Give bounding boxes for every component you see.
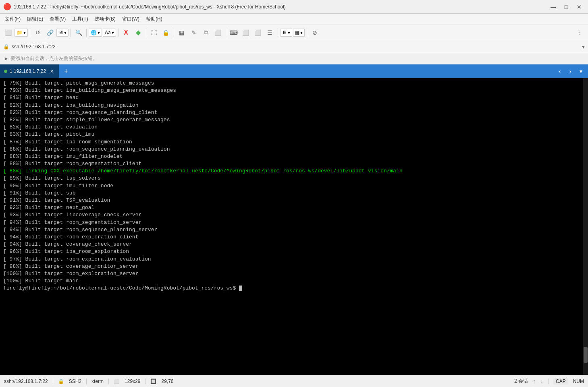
status-sessions: 2 会话	[514, 378, 528, 385]
status-sep-1	[53, 379, 53, 384]
lock-button[interactable]: 🔒	[160, 27, 172, 38]
terminal-line-1: [ 79%] Built target pibot_msgs_generate_…	[3, 80, 585, 87]
status-down-button[interactable]: ↓	[540, 378, 543, 385]
split-h-button[interactable]: ⬜	[240, 27, 251, 38]
tab-list-button[interactable]: ▾	[576, 66, 586, 76]
toolbar-separator-9	[307, 29, 307, 37]
menu-file[interactable]: 文件(F)	[2, 14, 24, 24]
toolbar-separator-5	[146, 29, 146, 37]
hint-arrow-icon: ➤	[4, 56, 8, 62]
toolbar-separator-1	[30, 29, 30, 37]
terminal-line-4: [ 82%] Built target ipa_building_navigat…	[3, 102, 585, 109]
globe-icon: 🌐	[91, 30, 97, 35]
session-dropdown[interactable]: 📁 ▾	[15, 29, 28, 37]
scrollbar-thumb[interactable]	[584, 347, 588, 363]
terminal-scrollbar[interactable]	[583, 78, 588, 375]
tab-1[interactable]: 1 192.168.1.7:22 ✕	[0, 64, 59, 78]
terminal-prompt-line: firefly@firefly:~/bot/robotkernal-uestc/…	[3, 285, 585, 292]
terminal-line-15: [ 91%] Built target sub	[3, 190, 585, 197]
terminal[interactable]: [ 79%] Built target pibot_msgs_generate_…	[0, 78, 588, 375]
tab-prev-button[interactable]: ‹	[555, 66, 565, 76]
session-group-icon: 🖥	[58, 30, 63, 35]
font-dropdown[interactable]: Aa ▾	[103, 29, 116, 37]
status-sep-4	[145, 379, 145, 384]
grid-icon: ▦	[295, 30, 299, 35]
close-button[interactable]: ✕	[573, 2, 585, 12]
terminal-line-24: [ 97%] Built target room_exploration_eva…	[3, 256, 585, 263]
menu-bar: 文件(F) 编辑(E) 查看(V) 工具(T) 选项卡(B) 窗口(W) 帮助(…	[0, 14, 588, 25]
reconnect-button[interactable]: ↺	[32, 27, 44, 38]
terminal-line-5: [ 82%] Built target room_sequence_planni…	[3, 109, 585, 116]
address-input[interactable]	[12, 44, 580, 50]
menu-edit[interactable]: 编辑(E)	[24, 14, 46, 24]
session-manager-button[interactable]: ☰	[264, 27, 276, 38]
menu-tools[interactable]: 工具(T)	[69, 14, 91, 24]
tab-bar: 1 192.168.1.7:22 ✕ + ‹ › ▾	[0, 64, 588, 78]
clear-button[interactable]: ⊘	[309, 27, 320, 38]
tab-next-button[interactable]: ›	[565, 66, 575, 76]
toolbar-separator-2	[71, 29, 71, 37]
monitor-dropdown[interactable]: 🖥 ▾	[280, 29, 292, 37]
session-hint-bar: ➤ 要添加当前会话，点击左侧的箭头按钮。	[0, 53, 588, 64]
terminal-line-18: [ 93%] Built target libcoverage_check_se…	[3, 211, 585, 219]
layout-button[interactable]: ▦	[176, 27, 187, 38]
terminal-cursor	[239, 286, 242, 291]
copy-session-button[interactable]: ⧉	[200, 27, 212, 38]
new-session-button[interactable]: ⬜	[2, 27, 14, 38]
fullscreen-button[interactable]: ⛶	[148, 27, 160, 38]
terminal-line-23: [ 96%] Built target ipa_room_exploration	[3, 248, 585, 255]
terminal-prompt: firefly@firefly:~/bot/robotkernal-uestc/…	[3, 285, 239, 291]
menu-tab[interactable]: 选项卡(B)	[91, 14, 119, 24]
tab-add-button[interactable]: +	[59, 64, 73, 78]
status-up-button[interactable]: ↑	[533, 378, 536, 385]
status-terminal: xterm	[91, 379, 104, 384]
tab-dot	[4, 70, 7, 73]
more-button[interactable]: ⋮	[574, 27, 586, 38]
maximize-button[interactable]: □	[561, 2, 572, 12]
toolbar-separator-6	[174, 29, 174, 37]
paste-button[interactable]: ⬜	[212, 27, 224, 38]
terminal-line-27: [100%] Built target main	[3, 277, 585, 285]
status-lock-icon: 🔒	[58, 379, 64, 384]
terminal-line-2: [ 79%] Built target ipa_building_msgs_ge…	[3, 87, 585, 94]
menu-window[interactable]: 窗口(W)	[119, 14, 143, 24]
grid-dropdown[interactable]: ▦ ▾	[293, 29, 305, 37]
dropdown-arrow-4: ▾	[112, 30, 114, 35]
session-group-dropdown[interactable]: 🖥 ▾	[56, 29, 69, 37]
status-dimensions: 129x29	[125, 379, 140, 384]
window-controls: — □ ✕	[548, 2, 585, 12]
status-sep-2	[86, 379, 87, 384]
terminal-line-16: [ 91%] Built target TSP_evaluation	[3, 197, 585, 204]
terminal-line-7: [ 82%] Built target evaluation	[3, 124, 585, 131]
menu-help[interactable]: 帮助(H)	[143, 14, 166, 24]
address-dropdown-arrow[interactable]: ▾	[582, 43, 585, 50]
globe-dropdown[interactable]: 🌐 ▾	[89, 29, 102, 37]
dropdown-arrow-5: ▾	[288, 30, 290, 35]
compose-button[interactable]: ⌨	[228, 27, 239, 38]
dropdown-arrow-6: ▾	[300, 30, 303, 35]
xshell-logo-button[interactable]: X	[121, 27, 132, 38]
search-button[interactable]: 🔍	[73, 27, 84, 38]
terminal-line-20: [ 94%] Built target room_sequence_planni…	[3, 226, 585, 234]
terminal-line-26: [100%] Built target room_exploration_ser…	[3, 270, 585, 277]
status-position-icon: 🔲	[150, 379, 156, 384]
status-address: ssh://192.168.1.7:22	[4, 379, 48, 384]
status-sep-5	[548, 379, 549, 384]
toolbar-separator-3	[86, 29, 87, 37]
edit-layout-button[interactable]: ✎	[188, 27, 199, 38]
green-button[interactable]: ◆	[133, 27, 144, 38]
terminal-line-8: [ 83%] Built target pibot_imu	[3, 131, 585, 138]
monitor-icon: 🖥	[282, 30, 287, 35]
tab-close-button[interactable]: ✕	[48, 68, 55, 75]
status-cap: CAP	[553, 378, 568, 385]
link-button[interactable]: 🔗	[44, 27, 56, 38]
menu-view[interactable]: 查看(V)	[46, 14, 69, 24]
split-v-button[interactable]: ⬜	[252, 27, 264, 38]
minimize-button[interactable]: —	[548, 2, 559, 12]
app-icon: 🔴	[3, 3, 11, 10]
terminal-line-14: [ 90%] Built target imu_filter_node	[3, 182, 585, 190]
toolbar-separator-4	[118, 29, 118, 37]
status-dimensions-icon: ⬜	[114, 379, 120, 384]
terminal-line-22: [ 94%] Built target coverage_check_serve…	[3, 241, 585, 248]
tab-label: 1 192.168.1.7:22	[10, 68, 46, 74]
